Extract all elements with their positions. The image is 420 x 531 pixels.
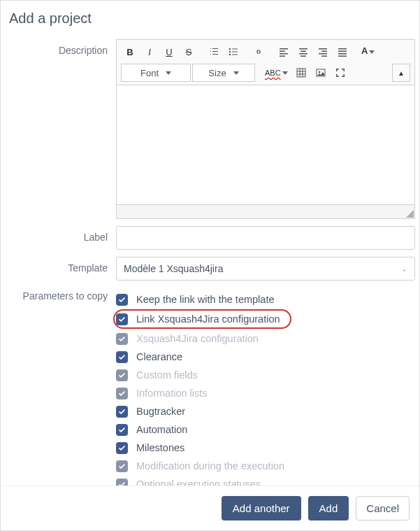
param-row: Optional execution statuses (116, 475, 415, 486)
checkbox[interactable] (116, 351, 128, 363)
spellcheck-button[interactable]: ABC (262, 64, 291, 82)
maximize-button[interactable] (331, 64, 349, 82)
label-template: Template (8, 257, 116, 274)
size-select[interactable]: Size (192, 64, 255, 82)
param-row: Clearance (116, 348, 415, 366)
rich-text-editor: B I U S (116, 39, 415, 219)
chevron-down-icon (282, 71, 288, 75)
description-textarea[interactable] (117, 85, 414, 204)
param-label: Clearance (136, 349, 182, 364)
param-row: Information lists (116, 384, 415, 402)
param-label: Xsquash4Jira configuration (136, 331, 259, 346)
strike-button[interactable]: S (180, 43, 198, 61)
param-label: Milestones (136, 440, 184, 455)
row-template: Template Modèle 1 Xsquash4jira ⌄ (8, 257, 415, 281)
param-label: Automation (136, 422, 187, 437)
checkbox (116, 369, 128, 381)
label-input[interactable] (116, 226, 415, 250)
cancel-button[interactable]: Cancel (356, 496, 410, 521)
param-label: Keep the link with the template (136, 292, 274, 307)
param-label: Optional execution statuses (136, 476, 261, 486)
param-label: Bugtracker (136, 404, 185, 419)
underline-button[interactable]: U (160, 43, 178, 61)
template-select[interactable]: Modèle 1 Xsquash4jira ⌄ (116, 257, 415, 281)
table-button[interactable] (292, 64, 310, 82)
param-row: Bugtracker (116, 402, 415, 420)
checkbox (116, 460, 128, 472)
align-left-button[interactable] (275, 43, 293, 61)
svg-rect-3 (297, 69, 305, 77)
checkbox (116, 333, 128, 345)
numbered-list-button[interactable] (205, 43, 223, 61)
row-label: Label (8, 226, 415, 250)
dialog-footer: Add another Add Cancel (1, 486, 419, 530)
checkbox[interactable] (116, 294, 128, 306)
bullet-list-button[interactable] (224, 43, 242, 61)
checkbox (116, 388, 128, 399)
link-button[interactable] (249, 43, 268, 61)
param-row: Xsquash4Jira configuration (116, 330, 415, 348)
chevron-down-icon: ⌄ (401, 264, 407, 274)
checkbox (116, 479, 128, 486)
param-row: Automation (116, 420, 415, 439)
dialog-body: Description B I U S (1, 39, 419, 486)
chevron-up-icon: ▲ (398, 69, 405, 77)
rte-statusbar (117, 204, 414, 218)
bold-button[interactable]: B (121, 43, 139, 61)
align-center-button[interactable] (294, 43, 312, 61)
font-select-label: Font (140, 68, 159, 78)
param-row: Keep the link with the template (116, 290, 415, 309)
label-label: Label (8, 226, 116, 243)
add-project-dialog: Add a project Description B I U S (1, 1, 419, 530)
align-right-button[interactable] (314, 43, 332, 61)
row-description: Description B I U S (8, 39, 415, 219)
collapse-toolbar-button[interactable]: ▲ (392, 64, 410, 82)
param-row: Custom fields (116, 366, 415, 384)
rte-toolbar: B I U S (117, 40, 414, 85)
param-label: Custom fields (136, 367, 198, 383)
svg-point-1 (229, 51, 231, 52)
chevron-down-icon (233, 71, 239, 75)
template-value: Modèle 1 Xsquash4jira (124, 263, 223, 274)
italic-button[interactable]: I (140, 43, 159, 61)
chevron-down-icon (369, 50, 375, 54)
add-button[interactable]: Add (308, 496, 349, 521)
param-row: Link Xsquash4Jira configuration (113, 309, 291, 329)
label-description: Description (8, 39, 116, 56)
param-row: Milestones (116, 439, 415, 457)
row-parameters: Parameters to copy Keep the link with th… (8, 288, 415, 486)
param-label: Modification during the execution (136, 458, 284, 474)
resize-grip-icon[interactable] (406, 210, 414, 218)
font-select[interactable]: Font (121, 64, 191, 82)
param-row: Modification during the execution (116, 457, 415, 475)
image-button[interactable] (312, 64, 330, 82)
label-parameters: Parameters to copy (8, 288, 116, 302)
checkbox[interactable] (116, 313, 128, 325)
checkbox[interactable] (116, 424, 128, 436)
checkbox[interactable] (116, 442, 128, 454)
parameters-checklist: Keep the link with the templateLink Xsqu… (116, 288, 415, 486)
svg-point-2 (229, 54, 231, 55)
add-another-button[interactable]: Add another (222, 496, 301, 521)
text-color-button[interactable]: A (359, 43, 377, 61)
param-label: Link Xsquash4Jira configuration (136, 311, 280, 327)
align-justify-button[interactable] (333, 43, 352, 61)
dialog-title: Add a project (1, 1, 419, 39)
chevron-down-icon (166, 71, 171, 75)
param-label: Information lists (136, 385, 208, 401)
checkbox[interactable] (116, 406, 128, 418)
svg-point-0 (229, 48, 231, 50)
svg-point-5 (318, 71, 320, 73)
size-select-label: Size (208, 68, 226, 78)
